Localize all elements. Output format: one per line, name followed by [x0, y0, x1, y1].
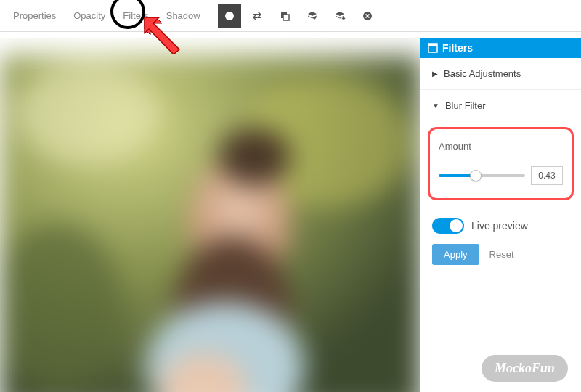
tab-properties[interactable]: Properties: [6, 4, 63, 27]
svg-rect-2: [283, 15, 289, 20]
window-icon: [428, 43, 438, 53]
tab-shadow[interactable]: Shadow: [159, 4, 208, 27]
amount-label: Amount: [439, 141, 563, 152]
section-blur-filter[interactable]: ▼ Blur Filter: [420, 90, 581, 121]
blurred-photo: [0, 55, 420, 392]
canvas[interactable]: [0, 38, 420, 392]
reset-button[interactable]: Reset: [489, 249, 514, 260]
amount-slider-row: 0.43: [439, 166, 563, 185]
svg-point-0: [225, 12, 234, 20]
caret-down-icon: ▼: [432, 102, 439, 110]
swap-icon[interactable]: [245, 4, 269, 28]
section-label: Blur Filter: [445, 100, 486, 111]
main-area: Filters ▶ Basic Adjustments ▼ Blur Filte…: [0, 38, 581, 392]
slider-thumb[interactable]: [470, 170, 482, 181]
filter-controls: Live preview Apply Reset: [420, 206, 581, 277]
svg-point-12: [218, 128, 290, 186]
filters-sidebar: Filters ▶ Basic Adjustments ▼ Blur Filte…: [420, 38, 581, 392]
amount-slider[interactable]: [439, 174, 525, 177]
layer-down-icon[interactable]: [301, 4, 324, 28]
panel-header: Filters: [420, 38, 581, 58]
section-basic-adjustments[interactable]: ▶ Basic Adjustments: [420, 58, 581, 89]
live-preview-row: Live preview: [432, 218, 569, 234]
caret-right-icon: ▶: [432, 70, 438, 78]
tab-filters[interactable]: Filters: [115, 4, 155, 27]
delete-icon[interactable]: [356, 4, 379, 28]
circle-mask-icon[interactable]: [218, 4, 241, 28]
svg-point-5: [15, 62, 160, 164]
section-label: Basic Adjustments: [444, 68, 521, 79]
apply-button[interactable]: Apply: [432, 244, 479, 265]
copy-icon[interactable]: [273, 4, 296, 28]
amount-value-input[interactable]: 0.43: [531, 166, 563, 185]
amount-control-highlight: Amount 0.43: [428, 127, 574, 200]
toggle-knob: [450, 219, 463, 232]
button-row: Apply Reset: [432, 244, 569, 265]
top-toolbar: Properties Opacity Filters Shadow: [0, 0, 581, 32]
watermark: MockoFun: [482, 355, 568, 382]
live-preview-toggle[interactable]: [432, 218, 464, 234]
layer-up-icon[interactable]: [328, 4, 352, 28]
tab-opacity[interactable]: Opacity: [66, 4, 113, 27]
panel-title: Filters: [442, 42, 473, 54]
live-preview-label: Live preview: [471, 220, 528, 232]
svg-rect-14: [428, 44, 437, 46]
